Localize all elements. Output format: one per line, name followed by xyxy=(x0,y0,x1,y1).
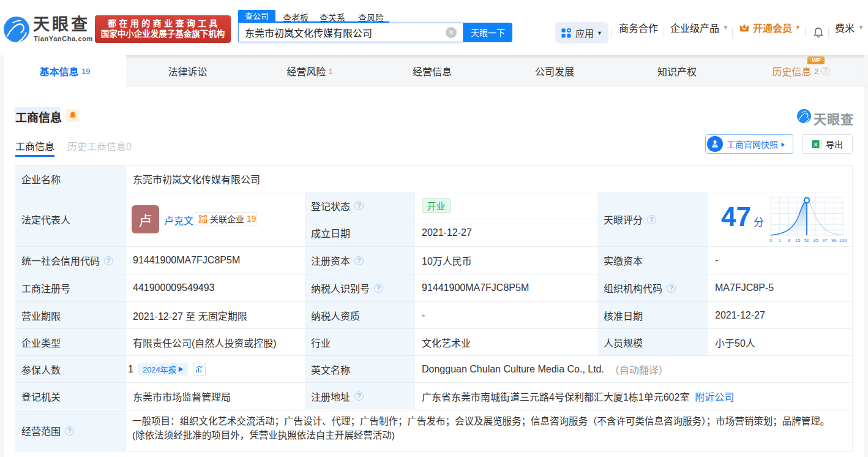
svg-text:99: 99 xyxy=(831,238,836,243)
svg-text:0: 0 xyxy=(769,238,772,243)
svg-text:3: 3 xyxy=(787,238,790,243)
svg-text:1: 1 xyxy=(779,238,781,243)
svg-text:97: 97 xyxy=(822,238,827,243)
svg-text:15: 15 xyxy=(795,238,800,243)
svg-text:X: X xyxy=(814,141,818,148)
svg-text:100: 100 xyxy=(839,238,847,243)
svg-text:50: 50 xyxy=(804,238,809,243)
svg-text:85: 85 xyxy=(814,238,818,243)
